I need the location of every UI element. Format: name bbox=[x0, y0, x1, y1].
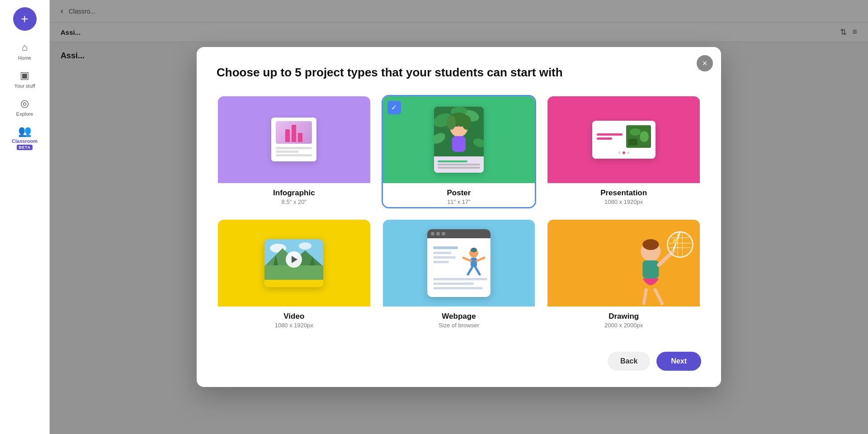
svg-point-52 bbox=[673, 239, 679, 244]
beta-badge: BETA bbox=[17, 145, 33, 150]
sidebar-item-label: Home bbox=[18, 55, 31, 61]
app-background: + ⌂ Home ▣ Your stuff ◎ Explore 👥 Classr… bbox=[0, 0, 868, 434]
add-button[interactable]: + bbox=[13, 7, 37, 31]
svg-point-8 bbox=[447, 115, 456, 130]
sidebar: + ⌂ Home ▣ Your stuff ◎ Explore 👥 Classr… bbox=[0, 0, 50, 434]
poster-thumbnail bbox=[383, 96, 535, 183]
project-card-drawing[interactable]: Drawing 2000 x 2000px bbox=[546, 218, 701, 332]
video-thumbnail bbox=[218, 220, 370, 307]
project-card-presentation[interactable]: Presentation 1080 x 1920px bbox=[546, 95, 701, 208]
svg-point-9 bbox=[462, 115, 471, 130]
drawing-thumbnail bbox=[547, 220, 700, 307]
main-content: ‹ Classro... Assi... ⇅ ≡ Assi... × Choos… bbox=[50, 0, 868, 434]
presentation-thumbnail bbox=[547, 96, 700, 183]
explore-icon: ◎ bbox=[20, 98, 29, 109]
project-grid: Infographic 8.5" x 20" ✓ bbox=[217, 95, 701, 332]
video-size: 1080 x 1920px bbox=[218, 322, 370, 329]
webpage-size: Size of browser bbox=[383, 322, 535, 329]
svg-rect-24 bbox=[433, 246, 458, 249]
svg-point-12 bbox=[630, 128, 641, 136]
modal-footer: Back Next bbox=[217, 348, 701, 371]
sidebar-item-explore[interactable]: ◎ Explore bbox=[5, 94, 45, 120]
webpage-name: Webpage bbox=[383, 312, 535, 321]
close-button[interactable]: × bbox=[697, 55, 713, 71]
svg-rect-37 bbox=[433, 287, 483, 289]
svg-rect-10 bbox=[452, 136, 466, 152]
svg-rect-35 bbox=[433, 278, 487, 280]
drawing-name: Drawing bbox=[547, 312, 700, 321]
poster-size: 11" x 17" bbox=[383, 198, 535, 205]
svg-line-43 bbox=[644, 290, 646, 303]
svg-rect-36 bbox=[433, 283, 474, 285]
home-icon: ⌂ bbox=[22, 42, 28, 53]
svg-rect-38 bbox=[556, 220, 692, 307]
project-card-webpage[interactable]: Webpage Size of browser bbox=[382, 218, 537, 332]
infographic-name: Infographic bbox=[218, 189, 370, 198]
classroom-label: Classroom bbox=[12, 138, 38, 144]
svg-rect-27 bbox=[433, 261, 449, 263]
svg-point-40 bbox=[643, 239, 659, 250]
next-button[interactable]: Next bbox=[656, 352, 701, 371]
modal-title: Choose up to 5 project types that your s… bbox=[217, 65, 701, 80]
svg-point-13 bbox=[640, 131, 649, 142]
svg-point-17 bbox=[299, 242, 311, 250]
sidebar-item-your-stuff[interactable]: ▣ Your stuff bbox=[5, 66, 45, 92]
video-name: Video bbox=[218, 312, 370, 321]
sidebar-item-label: Your stuff bbox=[14, 83, 35, 89]
svg-rect-41 bbox=[643, 260, 659, 278]
svg-point-29 bbox=[471, 248, 477, 252]
drawing-size: 2000 x 2000px bbox=[547, 322, 700, 329]
svg-rect-14 bbox=[628, 139, 637, 146]
svg-rect-25 bbox=[433, 252, 451, 254]
svg-rect-26 bbox=[433, 256, 456, 259]
selected-checkmark: ✓ bbox=[387, 101, 401, 114]
presentation-size: 1080 x 1920px bbox=[547, 198, 700, 205]
modal: × Choose up to 5 project types that your… bbox=[197, 47, 721, 387]
presentation-name: Presentation bbox=[547, 189, 700, 198]
infographic-thumbnail bbox=[218, 96, 370, 183]
back-button[interactable]: Back bbox=[608, 352, 650, 371]
infographic-size: 8.5" x 20" bbox=[218, 198, 370, 205]
webpage-thumbnail bbox=[383, 220, 535, 307]
project-card-video[interactable]: Video 1080 x 1920px bbox=[217, 218, 372, 332]
modal-overlay: × Choose up to 5 project types that your… bbox=[50, 0, 868, 434]
poster-name: Poster bbox=[383, 189, 535, 198]
sidebar-item-home[interactable]: ⌂ Home bbox=[5, 38, 45, 64]
project-card-infographic[interactable]: Infographic 8.5" x 20" bbox=[217, 95, 372, 208]
your-stuff-icon: ▣ bbox=[20, 70, 29, 81]
svg-rect-30 bbox=[471, 258, 477, 267]
sidebar-item-classroom[interactable]: 👥 Classroom BETA bbox=[5, 122, 45, 153]
classroom-icon: 👥 bbox=[18, 125, 32, 137]
sidebar-item-label: Explore bbox=[16, 111, 33, 117]
project-card-poster[interactable]: ✓ bbox=[382, 95, 537, 208]
